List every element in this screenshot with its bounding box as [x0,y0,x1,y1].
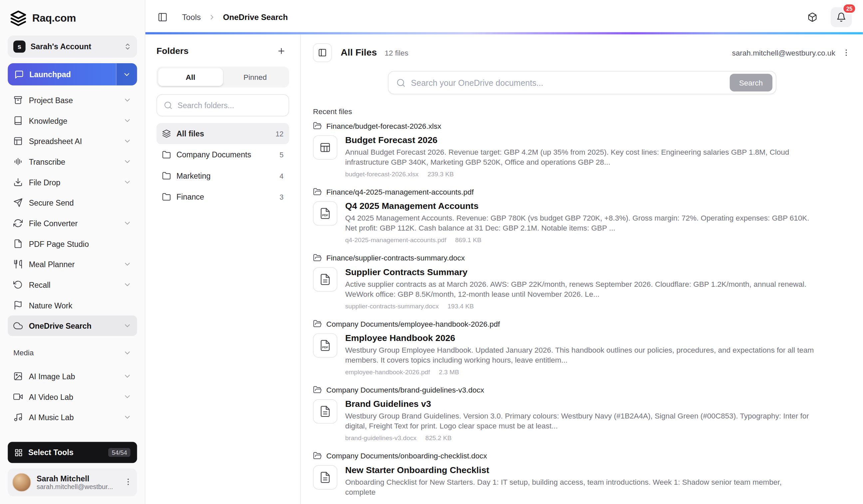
folder-item-marketing[interactable]: Marketing4 [157,165,289,186]
file-size: 2.3 MB [439,369,459,375]
file-body: New Starter Onboarding ChecklistOnboardi… [345,465,814,497]
folder-label: All files [176,129,270,138]
sidebar-item-meal-planner[interactable]: Meal Planner [8,254,137,274]
knowledge-icon [13,116,23,125]
sidebar-item-knowledge[interactable]: Knowledge [8,111,137,131]
project-base-icon [13,95,23,105]
sidebar-item-pdf-page-studio[interactable]: PDF Page Studio [8,234,137,254]
file-count: 12 files [385,49,408,57]
file-group: Company Documents/onboarding-checklist.d… [313,451,851,497]
file-path[interactable]: Company Documents/brand-guidelines-v3.do… [313,385,851,394]
select-tools-button[interactable]: Select Tools 54/54 [8,442,137,463]
breadcrumb: Tools OneDrive Search [182,13,288,22]
file-path-label: Company Documents/onboarding-checklist.d… [326,452,487,460]
media-section-label: Media [13,349,34,357]
sidebar-item-ai-music-lab[interactable]: AI Music Lab [8,407,137,427]
sidebar-item-onedrive-search[interactable]: OneDrive Search [8,315,137,336]
user-card[interactable]: Sarah Mitchell sarah.mitchell@westbur... [8,468,137,496]
file-card[interactable]: Supplier Contracts SummaryActive supplie… [313,267,851,309]
sidebar-item-spreadsheet-ai[interactable]: Spreadsheet AI [8,131,137,151]
folder-label: Finance [176,192,274,201]
file-path[interactable]: Company Documents/employee-handbook-2026… [313,319,851,328]
account-switcher[interactable]: s Sarah's Account [8,36,137,58]
tab-pinned[interactable]: Pinned [223,68,287,86]
file-path[interactable]: Finance/q4-2025-management-accounts.pdf [313,187,851,196]
folder-open-icon [313,319,322,328]
sidebar-item-nature-work[interactable]: Nature Work [8,295,137,316]
sidebar-item-launchpad[interactable]: Launchpad [8,63,137,86]
add-folder-button[interactable] [274,43,289,59]
sidebar-section-media[interactable]: Media [8,344,137,361]
sidebar-toggle-icon[interactable] [158,12,167,22]
file-description: Annual Budget Forecast 2026. Revenue tar… [345,147,814,167]
account-avatar: s [13,41,26,53]
search-icon [164,101,173,110]
sidebar-item-secure-send[interactable]: Secure Send [8,192,137,213]
file-title: Budget Forecast 2026 [345,135,814,145]
sidebar-item-label: AI Video Lab [29,392,117,401]
launchpad-button[interactable]: Launchpad [8,63,116,86]
panel-left-icon [318,48,327,57]
chevron-down-icon [123,281,132,289]
sidebar-item-project-base[interactable]: Project Base [8,90,137,111]
file-card[interactable]: Budget Forecast 2026Annual Budget Foreca… [313,135,851,178]
layers-icon [162,129,171,138]
file-meta: brand-guidelines-v3.docx825.2 KB [345,435,814,441]
file-path[interactable]: Company Documents/onboarding-checklist.d… [313,451,851,461]
file-path-label: Finance/budget-forecast-2026.xlsx [326,122,441,130]
onedrive-search-icon [13,321,23,330]
sidebar-item-label: Meal Planner [29,260,117,269]
folder-open-icon [313,254,322,262]
file-size: 825.2 KB [425,435,452,441]
folder-item-all-files[interactable]: All files12 [157,123,289,144]
sidebar-item-label: File Drop [29,178,117,186]
search-button[interactable]: Search [729,74,772,91]
main-header: All Files 12 files sarah.mitchell@westbu… [301,39,863,66]
meal-planner-icon [13,259,23,269]
onedrive-search-input[interactable] [411,78,724,87]
folder-search-input[interactable] [177,101,282,110]
launchpad-expand-button[interactable] [116,63,137,86]
file-path-label: Company Documents/employee-handbook-2026… [326,320,500,328]
notifications-button[interactable]: 25 [831,7,852,27]
topbar-actions: 25 [802,7,852,27]
file-card[interactable]: PDFEmployee Handbook 2026Westbury Group … [313,333,851,376]
user-menu-button[interactable] [124,477,133,488]
svg-text:PDF: PDF [322,214,329,217]
file-path[interactable]: Finance/budget-forecast-2026.xlsx [313,121,851,130]
sidebar-item-file-converter[interactable]: File Converter [8,213,137,234]
sidebar-item-ai-image-lab[interactable]: AI Image Lab [8,366,137,387]
docx-file-icon [313,465,337,489]
tab-all[interactable]: All [158,68,223,86]
secure-send-icon [13,198,23,207]
panel-toggle-button[interactable] [313,43,332,62]
folder-item-finance[interactable]: Finance3 [157,186,289,207]
more-options-button[interactable] [842,48,851,57]
file-card[interactable]: PDFQ4 2025 Management AccountsQ4 2025 Ma… [313,201,851,244]
file-size: 239.3 KB [427,171,454,177]
file-card[interactable]: Brand Guidelines v3Westbury Group Brand … [313,399,851,441]
chevron-down-icon [123,70,131,78]
file-card[interactable]: New Starter Onboarding ChecklistOnboardi… [313,465,851,497]
breadcrumb-tools[interactable]: Tools [182,13,201,22]
chevron-down-icon [123,219,132,227]
sidebar-item-file-drop[interactable]: File Drop [8,172,137,193]
plus-icon [277,47,286,55]
pdf-page-studio-icon [13,239,23,248]
sidebar-item-label: Project Base [29,96,117,105]
brand[interactable]: Raq.com [8,7,137,36]
apps-button[interactable] [802,7,823,27]
file-path[interactable]: Finance/supplier-contracts-summary.docx [313,254,851,262]
chevron-down-icon [123,260,132,269]
chevrons-up-down-icon [124,42,132,50]
sidebar-item-recall[interactable]: Recall [8,274,137,295]
sidebar-item-transcribe[interactable]: Transcribe [8,151,137,172]
file-title: New Starter Onboarding Checklist [345,465,814,475]
pdf-glyph-icon: PDF [319,207,331,220]
sidebar-item-ai-video-lab[interactable]: AI Video Lab [8,387,137,407]
file-size: 869.1 KB [455,237,481,244]
file-body: Q4 2025 Management AccountsQ4 2025 Manag… [345,201,814,244]
folder-item-company-documents[interactable]: Company Documents5 [157,144,289,165]
chevron-down-icon [123,372,132,380]
folder-list: All files12Company Documents5Marketing4F… [157,123,289,207]
